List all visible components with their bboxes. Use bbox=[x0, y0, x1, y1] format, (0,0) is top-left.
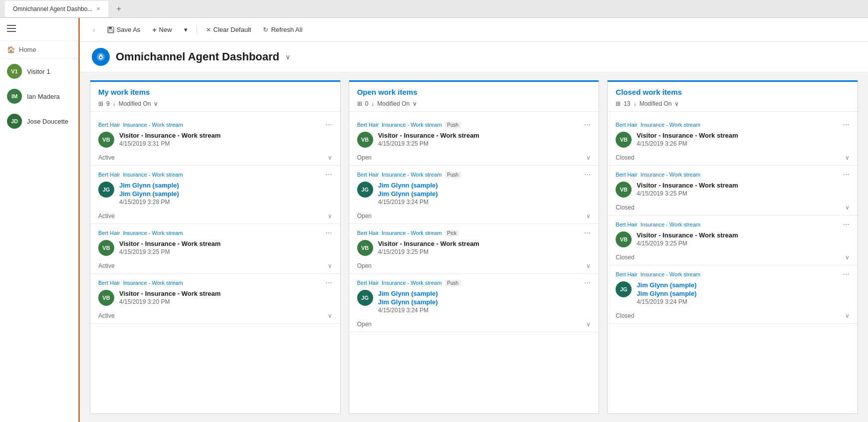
sidebar-item-im[interactable]: IM Ian Madera bbox=[0, 84, 78, 109]
work-item-card[interactable]: Bert Hair Insurance - Work stream Push ·… bbox=[349, 166, 599, 224]
work-item-card[interactable]: Bert Hair Insurance - Work stream ··· JG… bbox=[608, 265, 858, 324]
work-item-date: 4/15/2019 3:25 PM bbox=[637, 240, 850, 247]
tab-close-icon[interactable]: ✕ bbox=[96, 6, 100, 11]
work-item-stream[interactable]: Insurance - Work stream bbox=[382, 230, 441, 236]
work-item-stream[interactable]: Insurance - Work stream bbox=[382, 122, 441, 128]
work-item-stream[interactable]: Insurance - Work stream bbox=[123, 230, 183, 236]
sidebar-menu-toggle[interactable] bbox=[0, 18, 78, 41]
work-item-subname[interactable]: Jim Glynn (sample) bbox=[637, 290, 850, 297]
work-item-card[interactable]: Bert Hair Insurance - Work stream ··· VB… bbox=[608, 166, 858, 215]
work-item-more-button[interactable]: ··· bbox=[325, 171, 332, 179]
work-item-expand-button[interactable]: ∨ bbox=[328, 154, 332, 161]
work-item-expand-button[interactable]: ∨ bbox=[586, 212, 591, 219]
sidebar-home-item[interactable]: 🏠 Home bbox=[0, 41, 78, 59]
work-item-more-button[interactable]: ··· bbox=[843, 171, 850, 179]
work-item-stream[interactable]: Insurance - Work stream bbox=[382, 280, 441, 286]
work-item-more-button[interactable]: ··· bbox=[584, 279, 591, 287]
sort-direction-icon[interactable]: ∨ bbox=[674, 100, 679, 107]
work-item-name[interactable]: Jim Glynn (sample) bbox=[378, 182, 591, 189]
work-item-person[interactable]: Bert Hair bbox=[616, 221, 637, 227]
work-item-card[interactable]: Bert Hair Insurance - Work stream ··· VB… bbox=[90, 274, 340, 324]
work-item-stream[interactable]: Insurance - Work stream bbox=[123, 172, 183, 178]
work-item-expand-button[interactable]: ∨ bbox=[845, 204, 850, 211]
work-item-card[interactable]: Bert Hair Insurance - Work stream Pick ·… bbox=[349, 224, 599, 274]
sort-label[interactable]: Modified On bbox=[640, 100, 672, 107]
work-item-more-button[interactable]: ··· bbox=[843, 270, 850, 278]
work-item-more-button[interactable]: ··· bbox=[584, 171, 591, 179]
refresh-all-button[interactable]: ↻ Refresh All bbox=[258, 23, 307, 36]
work-item-person[interactable]: Bert Hair bbox=[616, 122, 637, 128]
work-item-expand-button[interactable]: ∨ bbox=[845, 254, 850, 261]
work-item-stream[interactable]: Insurance - Work stream bbox=[382, 172, 441, 178]
work-item-card[interactable]: Bert Hair Insurance - Work stream Push ·… bbox=[349, 116, 599, 166]
work-item-person[interactable]: Bert Hair bbox=[98, 230, 120, 236]
work-item-card[interactable]: Bert Hair Insurance - Work stream ··· JG… bbox=[90, 166, 340, 224]
sidebar-item-jd[interactable]: JD Jose Doucette bbox=[0, 109, 78, 134]
sort-label[interactable]: Modified On bbox=[377, 100, 410, 107]
work-item-expand-button[interactable]: ∨ bbox=[328, 262, 332, 269]
work-item-more-button[interactable]: ··· bbox=[325, 121, 332, 129]
work-item-person[interactable]: Bert Hair bbox=[98, 172, 120, 178]
work-item-subname[interactable]: Jim Glynn (sample) bbox=[378, 298, 591, 306]
work-item-expand-button[interactable]: ∨ bbox=[586, 262, 591, 269]
work-item-card[interactable]: Bert Hair Insurance - Work stream ··· VB… bbox=[608, 215, 858, 265]
work-item-subname[interactable]: Jim Glynn (sample) bbox=[378, 190, 591, 198]
work-item-expand-button[interactable]: ∨ bbox=[845, 312, 850, 319]
work-item-more-button[interactable]: ··· bbox=[325, 279, 332, 287]
filter-icon: ⊞ bbox=[616, 100, 621, 107]
work-item-expand-button[interactable]: ∨ bbox=[845, 154, 850, 161]
work-item-stream[interactable]: Insurance - Work stream bbox=[123, 280, 183, 286]
work-item-card[interactable]: Bert Hair Insurance - Work stream ··· VB… bbox=[90, 116, 340, 166]
work-item-stream[interactable]: Insurance - Work stream bbox=[641, 172, 700, 178]
page-icon bbox=[92, 48, 110, 66]
work-item-card[interactable]: Bert Hair Insurance - Work stream ··· VB… bbox=[608, 116, 858, 166]
work-item-more-button[interactable]: ··· bbox=[584, 229, 591, 237]
new-label: New bbox=[159, 26, 172, 33]
sort-icon[interactable]: ↓ bbox=[634, 100, 637, 107]
work-item-stream[interactable]: Insurance - Work stream bbox=[641, 122, 700, 128]
work-item-stream[interactable]: Insurance - Work stream bbox=[123, 122, 183, 128]
sort-direction-icon[interactable]: ∨ bbox=[154, 100, 158, 107]
hamburger-icon bbox=[7, 24, 16, 33]
new-dropdown-button[interactable]: ▾ bbox=[179, 23, 193, 36]
sort-icon[interactable]: ↓ bbox=[113, 100, 116, 107]
page-title-chevron[interactable]: ∨ bbox=[285, 53, 290, 61]
work-item-expand-button[interactable]: ∨ bbox=[586, 321, 591, 328]
new-tab-button[interactable]: + bbox=[112, 2, 125, 15]
work-item-card[interactable]: Bert Hair Insurance - Work stream Push ·… bbox=[349, 274, 599, 332]
work-item-name[interactable]: Jim Glynn (sample) bbox=[637, 281, 850, 289]
work-item-more-button[interactable]: ··· bbox=[584, 121, 591, 129]
work-item-more-button[interactable]: ··· bbox=[325, 229, 332, 237]
work-item-badge: Pick bbox=[444, 230, 459, 236]
work-item-person[interactable]: Bert Hair bbox=[616, 172, 637, 178]
sort-icon[interactable]: ↓ bbox=[371, 100, 374, 107]
work-item-expand-button[interactable]: ∨ bbox=[328, 212, 332, 219]
work-item-name[interactable]: Jim Glynn (sample) bbox=[119, 182, 332, 189]
browser-tab[interactable]: Omnichannel Agent Dashbo... ✕ bbox=[5, 1, 108, 17]
work-item-person[interactable]: Bert Hair bbox=[357, 172, 379, 178]
work-item-more-button[interactable]: ··· bbox=[843, 220, 850, 228]
sort-label[interactable]: Modified On bbox=[119, 100, 151, 107]
save-as-button[interactable]: Save As bbox=[102, 23, 146, 36]
work-item-status: Open bbox=[357, 321, 372, 328]
work-item-more-button[interactable]: ··· bbox=[843, 121, 850, 129]
back-button[interactable]: ‹ bbox=[88, 23, 100, 37]
work-item-expand-button[interactable]: ∨ bbox=[328, 312, 332, 319]
work-item-card[interactable]: Bert Hair Insurance - Work stream ··· VB… bbox=[90, 224, 340, 274]
work-item-stream[interactable]: Insurance - Work stream bbox=[641, 271, 700, 277]
sidebar-item-v1[interactable]: V1 Visitor 1 bbox=[0, 59, 78, 84]
work-item-status: Open bbox=[357, 262, 372, 269]
work-item-person[interactable]: Bert Hair bbox=[98, 280, 120, 286]
work-item-subname[interactable]: Jim Glynn (sample) bbox=[119, 190, 332, 198]
new-button[interactable]: + New bbox=[147, 23, 177, 37]
work-item-person[interactable]: Bert Hair bbox=[616, 271, 637, 277]
work-item-person[interactable]: Bert Hair bbox=[98, 122, 120, 128]
work-item-stream[interactable]: Insurance - Work stream bbox=[641, 221, 700, 227]
work-item-expand-button[interactable]: ∨ bbox=[586, 154, 591, 161]
clear-default-button[interactable]: ✕ Clear Default bbox=[201, 23, 256, 36]
work-item-person[interactable]: Bert Hair bbox=[357, 230, 379, 236]
work-item-name[interactable]: Jim Glynn (sample) bbox=[378, 290, 591, 297]
work-item-person[interactable]: Bert Hair bbox=[357, 122, 379, 128]
work-item-person[interactable]: Bert Hair bbox=[357, 280, 379, 286]
sort-direction-icon[interactable]: ∨ bbox=[413, 100, 417, 107]
